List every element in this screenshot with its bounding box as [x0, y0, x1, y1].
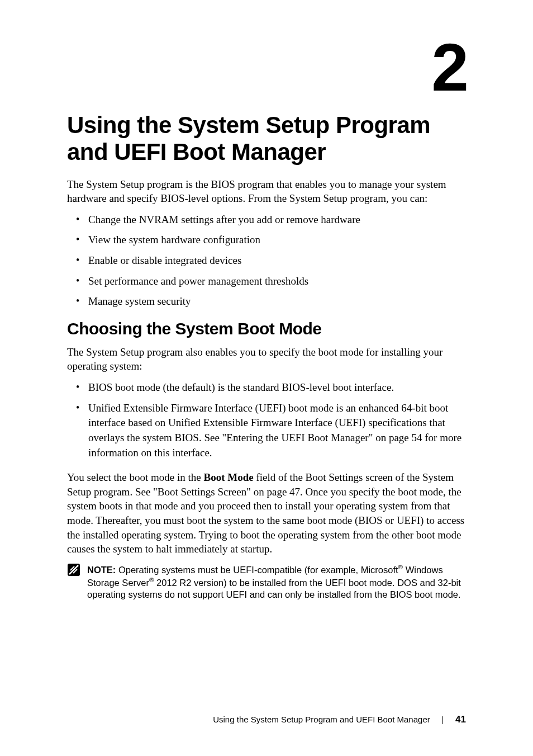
- body-text-post: field of the Boot Settings screen of the…: [67, 471, 464, 555]
- chapter-bullet-list: Change the NVRAM settings after you add …: [67, 212, 466, 309]
- section-heading: Choosing the System Boot Mode: [67, 319, 466, 338]
- note-block: NOTE: Operating systems must be UEFI-com…: [67, 563, 466, 601]
- list-item: Set performance and power management thr…: [88, 274, 466, 289]
- page-footer: Using the System Setup Program and UEFI …: [0, 714, 466, 725]
- section-bullet-list: BIOS boot mode (the default) is the stan…: [67, 380, 466, 460]
- chapter-intro: The System Setup program is the BIOS pro…: [67, 177, 466, 206]
- list-item: BIOS boot mode (the default) is the stan…: [88, 380, 466, 395]
- body-text-bold: Boot Mode: [204, 471, 254, 483]
- note-icon: [67, 563, 80, 577]
- note-text-pre: Operating systems must be UEFI-compatibl…: [116, 564, 398, 574]
- note-text: NOTE: Operating systems must be UEFI-com…: [87, 563, 466, 601]
- note-sup2: ®: [149, 577, 154, 583]
- footer-separator: [442, 716, 443, 724]
- list-item: Enable or disable integrated devices: [88, 253, 466, 268]
- note-sup1: ®: [398, 564, 403, 570]
- section-body: You select the boot mode in the Boot Mod…: [67, 470, 466, 556]
- chapter-title: Using the System Setup Program and UEFI …: [67, 112, 466, 166]
- footer-page-number: 41: [455, 714, 466, 725]
- section-intro: The System Setup program also enables yo…: [67, 345, 466, 374]
- footer-title: Using the System Setup Program and UEFI …: [213, 715, 430, 724]
- list-item: View the system hardware configuration: [88, 233, 466, 248]
- list-item: Manage system security: [88, 294, 466, 309]
- chapter-number: 2: [67, 34, 466, 101]
- body-text-pre: You select the boot mode in the: [67, 471, 204, 483]
- list-item: Unified Extensible Firmware Interface (U…: [88, 401, 466, 460]
- note-label: NOTE:: [87, 564, 116, 574]
- list-item: Change the NVRAM settings after you add …: [88, 212, 466, 228]
